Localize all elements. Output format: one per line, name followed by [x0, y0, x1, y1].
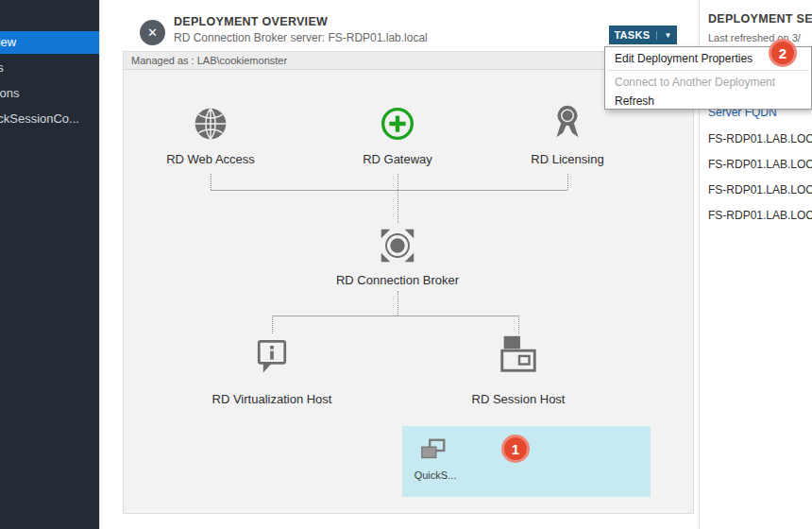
sidebar-item-servers[interactable]: Servers [0, 57, 99, 79]
sidebar-item-quicksessioncollection[interactable]: QuickSessionCo... [0, 108, 99, 130]
rd-licensing-node[interactable] [546, 100, 589, 149]
panel-title: DEPLOYMENT OVERVIEW [174, 15, 328, 28]
servers-panel-title: DEPLOYMENT SERVERS [708, 12, 812, 26]
sidebar-nav: Overview Servers Collections QuickSessio… [0, 0, 99, 529]
broker-icon [376, 224, 419, 267]
collection-icon [419, 437, 448, 464]
deployment-diagram: Managed as : LAB\cookiemonster RD Web Ac… [123, 51, 694, 514]
rd-gateway-node[interactable] [376, 102, 419, 149]
connector-line [272, 316, 273, 333]
tasks-button-label: TASKS [614, 29, 650, 41]
rd-virtualization-host-node[interactable] [251, 334, 293, 382]
menu-item-refresh[interactable]: Refresh [605, 92, 811, 111]
connector-line [518, 316, 519, 333]
server-icon [497, 333, 540, 376]
tasks-button[interactable]: TASKS ▼ [609, 26, 677, 44]
step-badge-2: 2 [769, 39, 797, 67]
rd-web-access-node[interactable] [189, 102, 232, 149]
rd-connection-broker-label: RD Connection Broker [322, 273, 473, 287]
sidebar-item-overview[interactable]: Overview [0, 31, 99, 54]
connector-line [398, 291, 398, 316]
connector-line [211, 174, 211, 190]
rd-licensing-label: RD Licensing [492, 152, 643, 166]
globe-icon [189, 102, 232, 145]
connector-line [567, 174, 568, 190]
rd-virtualization-host-label: RD Virtualization Host [196, 392, 347, 406]
sidebar-item-collections[interactable]: Collections [0, 82, 99, 105]
connector-line [398, 174, 398, 190]
ribbon-icon [546, 100, 589, 145]
overview-icon-glyph: ✕ [147, 26, 158, 40]
server-row[interactable]: FS-RDP01.LAB.LOCAL [708, 183, 812, 196]
menu-separator [607, 70, 809, 71]
sidebar-item-label: Collections [0, 82, 20, 105]
sidebar-item-label: Servers [0, 57, 4, 79]
connector-line [211, 190, 567, 191]
step-badge-1: 1 [501, 435, 530, 463]
connector-line [398, 190, 398, 223]
server-row[interactable]: FS-RDP01.LAB.LOCAL [708, 158, 812, 171]
sidebar-item-label: QuickSessionCo... [0, 108, 79, 130]
panel-subtitle: RD Connection Broker server: FS-RDP01.la… [174, 31, 428, 44]
info-bubble-icon [251, 334, 293, 378]
deployment-overview-icon: ✕ [140, 20, 165, 45]
rd-web-access-label: RD Web Access [135, 152, 286, 166]
server-row[interactable]: FS-RDP01.LAB.LOCAL [708, 132, 812, 145]
rd-gateway-label: RD Gateway [322, 152, 473, 166]
connector-line [272, 316, 518, 316]
menu-item-connect-to-another-deployment: Connect to Another Deployment [605, 73, 811, 92]
sidebar-item-label: Overview [0, 31, 16, 54]
chevron-down-icon: ▼ [656, 31, 671, 40]
rd-session-host-label: RD Session Host [443, 392, 594, 406]
collection-tile-label: QuickS... [408, 469, 463, 481]
add-plus-icon [376, 102, 419, 145]
server-row[interactable]: FS-RDP01.LAB.LOCAL [708, 209, 812, 222]
rd-connection-broker-node[interactable] [376, 224, 419, 271]
rd-session-host-node[interactable] [497, 333, 540, 380]
session-collection-tile[interactable]: QuickS... [402, 426, 651, 497]
